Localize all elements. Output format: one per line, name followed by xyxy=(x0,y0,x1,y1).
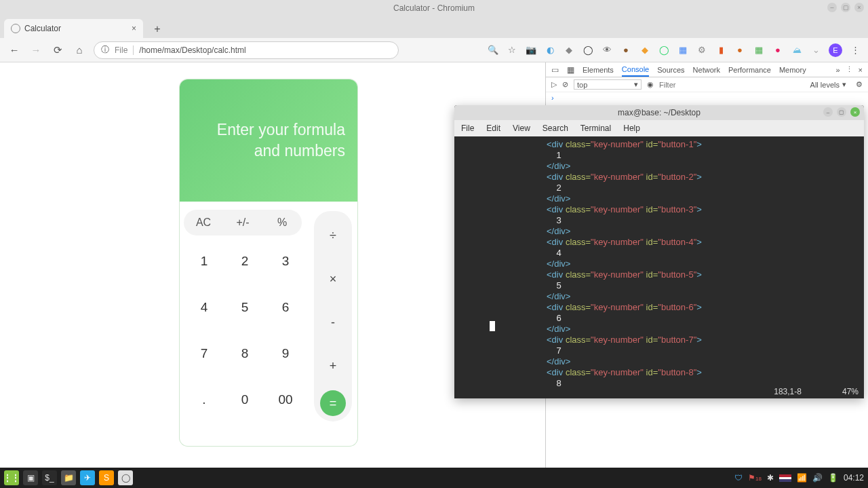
home-button[interactable]: ⌂ xyxy=(72,43,87,58)
devtools-settings-icon[interactable]: ⚙ xyxy=(856,80,863,89)
devtools-tab-console[interactable]: Console xyxy=(622,63,649,77)
ext-icon-1[interactable]: ◐ xyxy=(544,44,556,56)
key-2[interactable]: 2 xyxy=(224,238,265,284)
gear-icon[interactable]: ⚙ xyxy=(696,44,708,56)
back-button[interactable]: ← xyxy=(7,43,22,58)
terminal-menu-view[interactable]: View xyxy=(513,124,530,133)
ext-icon-3[interactable]: ● xyxy=(620,44,632,56)
key-equals[interactable]: = xyxy=(320,390,346,416)
ext-icon-7[interactable]: ● xyxy=(772,44,784,56)
devtools-tab-network[interactable]: Network xyxy=(693,64,720,76)
cookie-icon[interactable]: ● xyxy=(734,44,746,56)
key-dot[interactable]: . xyxy=(184,377,224,423)
key-3[interactable]: 3 xyxy=(265,238,306,284)
key-multiply[interactable]: × xyxy=(314,257,352,301)
tab-close-icon[interactable]: × xyxy=(132,24,136,33)
translate-icon[interactable]: ▦ xyxy=(677,44,689,56)
devtools-tab-elements[interactable]: Elements xyxy=(583,64,614,76)
window-close-button[interactable]: × xyxy=(854,3,864,12)
key-1[interactable]: 1 xyxy=(184,238,224,284)
key-0[interactable]: 0 xyxy=(224,377,265,423)
terminal-minimize-button[interactable]: – xyxy=(823,107,833,117)
devtools-live-icon[interactable]: ◉ xyxy=(647,80,654,89)
url-path: /home/max/Desktop/calc.html xyxy=(139,45,245,55)
key-7[interactable]: 7 xyxy=(184,331,224,377)
whatsapp-icon[interactable]: ◯ xyxy=(658,44,670,56)
ext-icon-5[interactable]: ▮ xyxy=(715,44,727,56)
browser-tab[interactable]: Calculator × xyxy=(4,19,143,38)
taskbar-terminal-icon[interactable]: $_ xyxy=(42,470,57,485)
key-percent[interactable]: % xyxy=(262,210,302,236)
site-info-icon[interactable]: ⓘ xyxy=(101,44,109,56)
browser-menu-icon[interactable]: ⋮ xyxy=(849,44,861,56)
window-maximize-button[interactable]: ▢ xyxy=(841,3,850,12)
key-00[interactable]: 00 xyxy=(265,377,306,423)
eye-icon[interactable]: 👁 xyxy=(601,44,613,56)
ext-icon-8[interactable]: ⛰ xyxy=(791,44,803,56)
new-tab-button[interactable]: + xyxy=(149,20,166,38)
devtools-context-select[interactable]: top▾ xyxy=(574,79,642,90)
tray-bluetooth-icon[interactable]: ✱ xyxy=(767,473,774,483)
key-sign[interactable]: +/- xyxy=(223,210,262,236)
ext-icon-6[interactable]: ▦ xyxy=(753,44,765,56)
devtools-tab-performance[interactable]: Performance xyxy=(728,64,771,76)
key-subtract[interactable]: - xyxy=(314,301,352,344)
devtools-sidebar-icon[interactable]: ▷ xyxy=(551,80,557,89)
terminal-menu-search[interactable]: Search xyxy=(542,124,568,133)
star-icon[interactable]: ☆ xyxy=(506,44,518,56)
key-6[interactable]: 6 xyxy=(265,284,306,331)
url-scheme: File xyxy=(115,45,134,55)
reload-button[interactable]: ⟳ xyxy=(50,43,65,58)
devtools-inspect-icon[interactable]: ▭ xyxy=(551,65,559,75)
tray-volume-icon[interactable]: 🔊 xyxy=(812,473,823,483)
devtools-tab-memory[interactable]: Memory xyxy=(779,64,806,76)
terminal-maximize-button[interactable]: ▢ xyxy=(837,107,846,117)
tray-update-icon[interactable]: ⚑18 xyxy=(748,473,762,483)
tray-keyboard-layout-icon[interactable] xyxy=(779,474,791,482)
forward-button[interactable]: → xyxy=(28,43,43,58)
address-bar[interactable]: ⓘ File /home/max/Desktop/calc.html xyxy=(94,41,399,59)
devtools-console-toolbar: ▷ ⊘ top▾ ◉ All levels▾ ⚙ xyxy=(546,77,868,92)
ext-icon-4[interactable]: ◆ xyxy=(639,44,651,56)
devtools-tab-sources[interactable]: Sources xyxy=(657,64,684,76)
key-9[interactable]: 9 xyxy=(265,331,306,377)
terminal-menu-terminal[interactable]: Terminal xyxy=(580,124,611,133)
terminal-cursor xyxy=(490,321,495,331)
taskbar-sublime-icon[interactable]: S xyxy=(99,470,114,485)
devtools-close-icon[interactable]: × xyxy=(859,66,863,74)
terminal-menu-help[interactable]: Help xyxy=(623,124,640,133)
terminal-body[interactable]: <div class="key-number" id="button-1"> 1… xyxy=(454,136,864,398)
devtools-more-icon[interactable]: » xyxy=(835,66,840,74)
terminal-menu-file[interactable]: File xyxy=(461,124,474,133)
terminal-menu-edit[interactable]: Edit xyxy=(486,124,500,133)
camera-icon[interactable]: 📷 xyxy=(525,44,537,56)
key-add[interactable]: + xyxy=(314,344,352,388)
devtools-console-prompt[interactable]: › xyxy=(546,92,868,103)
window-minimize-button[interactable]: – xyxy=(827,3,837,12)
devtools-levels-select[interactable]: All levels▾ xyxy=(810,80,846,89)
taskbar-folder-icon[interactable]: 📁 xyxy=(61,470,76,485)
terminal-close-button[interactable]: × xyxy=(850,107,860,117)
taskbar-chromium-icon[interactable]: ◯ xyxy=(118,470,133,485)
key-divide[interactable]: ÷ xyxy=(314,214,352,257)
devtools-device-icon[interactable]: ▦ xyxy=(567,65,574,75)
devtools-filter-input[interactable] xyxy=(659,81,805,89)
search-icon[interactable]: 🔍 xyxy=(487,44,499,56)
profile-avatar[interactable]: E xyxy=(829,43,842,57)
taskbar-telegram-icon[interactable]: ✈ xyxy=(80,470,95,485)
key-8[interactable]: 8 xyxy=(224,331,265,377)
devtools-menu-icon[interactable]: ⋮ xyxy=(846,65,853,74)
tray-wifi-icon[interactable]: 📶 xyxy=(797,473,807,483)
devtools-clear-icon[interactable]: ⊘ xyxy=(562,80,568,89)
tray-clock[interactable]: 04:12 xyxy=(844,473,864,483)
ext-icon-2[interactable]: ◆ xyxy=(563,44,575,56)
tray-shield-icon[interactable]: 🛡 xyxy=(734,473,743,483)
chevron-down-icon[interactable]: ⌄ xyxy=(810,44,822,56)
taskbar-files-icon[interactable]: ▣ xyxy=(23,470,38,485)
github-icon[interactable]: ◯ xyxy=(582,44,594,56)
key-4[interactable]: 4 xyxy=(184,284,224,331)
start-menu-icon[interactable]: ⋮⋮ xyxy=(4,470,19,485)
key-ac[interactable]: AC xyxy=(184,210,223,236)
tray-battery-icon[interactable]: 🔋 xyxy=(828,473,838,483)
key-5[interactable]: 5 xyxy=(224,284,265,331)
